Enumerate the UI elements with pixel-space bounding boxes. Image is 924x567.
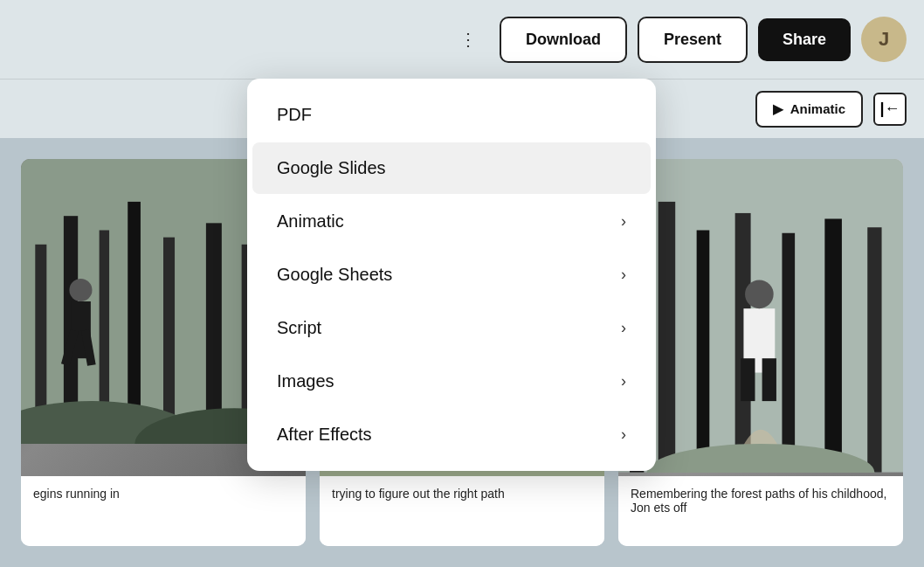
chevron-right-icon: › xyxy=(621,266,626,284)
dropdown-item-images[interactable]: Images › xyxy=(252,356,651,407)
present-button[interactable]: Present xyxy=(638,17,748,63)
dropdown-item-after-effects[interactable]: After Effects › xyxy=(252,409,651,460)
card-image-3 xyxy=(618,159,903,476)
card-caption-3: Remembering the forest paths of his chil… xyxy=(631,487,886,515)
top-bar: ⋮ Download Present Share J xyxy=(0,0,924,79)
animatic-button[interactable]: ▶ Animatic xyxy=(755,91,863,128)
svg-rect-31 xyxy=(867,227,881,472)
chevron-right-icon: › xyxy=(621,212,626,231)
svg-rect-35 xyxy=(762,358,776,401)
animatic-label: Animatic xyxy=(790,101,845,116)
pdf-label: PDF xyxy=(277,105,312,125)
google-slides-label: Google Slides xyxy=(277,158,386,178)
svg-rect-30 xyxy=(824,218,842,472)
card-text-2: trying to figure out the right path xyxy=(320,476,604,546)
svg-rect-27 xyxy=(697,230,710,472)
more-options-icon[interactable]: ⋮ xyxy=(454,25,482,53)
after-effects-label: After Effects xyxy=(277,425,372,445)
forest-scene-3 xyxy=(618,159,903,473)
svg-point-33 xyxy=(745,280,774,309)
dropdown-item-animatic[interactable]: Animatic › xyxy=(252,196,651,247)
play-icon: ▶ xyxy=(773,101,783,117)
share-button[interactable]: Share xyxy=(758,18,851,61)
dropdown-item-google-sheets[interactable]: Google Sheets › xyxy=(252,249,651,301)
svg-rect-29 xyxy=(782,233,795,473)
storyboard-card-3: Remembering the forest paths of his chil… xyxy=(618,159,903,546)
dropdown-item-google-slides[interactable]: Google Slides xyxy=(252,142,651,194)
animatic-label: Animatic xyxy=(277,211,344,232)
download-dropdown: PDF Google Slides Animatic › Google Shee… xyxy=(247,79,656,471)
svg-point-12 xyxy=(69,279,92,301)
chevron-right-icon: › xyxy=(621,372,626,391)
dropdown-item-pdf[interactable]: PDF xyxy=(252,89,651,141)
chevron-right-icon: › xyxy=(621,425,626,444)
download-button[interactable]: Download xyxy=(500,17,627,63)
card-text-1: egins running in xyxy=(21,476,306,546)
images-label: Images xyxy=(277,371,334,391)
avatar[interactable]: J xyxy=(861,17,907,62)
chevron-right-icon: › xyxy=(621,319,626,337)
script-label: Script xyxy=(277,318,321,338)
card-text-3: Remembering the forest paths of his chil… xyxy=(618,476,903,546)
svg-rect-34 xyxy=(741,358,755,401)
collapse-button[interactable]: |← xyxy=(873,93,907,126)
card-caption-1: egins running in xyxy=(33,487,120,501)
google-sheets-label: Google Sheets xyxy=(277,265,392,285)
card-caption-2: trying to figure out the right path xyxy=(332,487,505,501)
svg-rect-26 xyxy=(659,202,676,473)
dropdown-item-script[interactable]: Script › xyxy=(252,302,651,354)
